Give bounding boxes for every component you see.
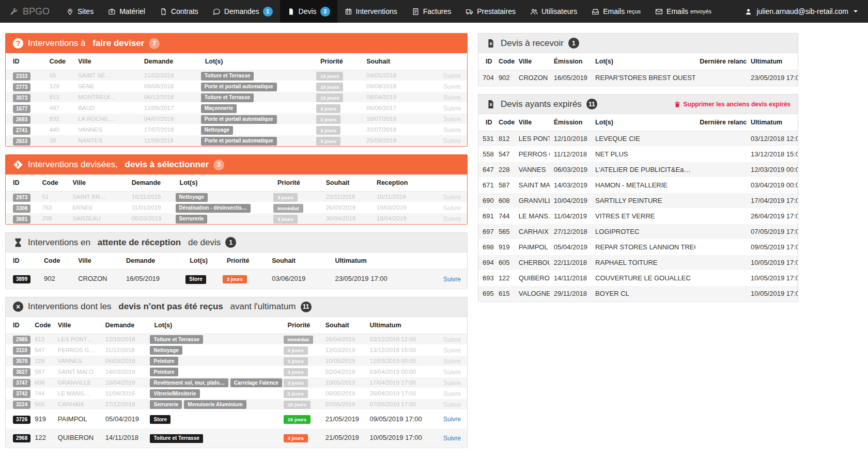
suivre-link[interactable]: Suivre: [443, 72, 461, 80]
lot-badge: Toiture et Terrasse: [201, 72, 254, 81]
pin-icon: [66, 8, 74, 15]
table-row: 693122QUIBERON14/11/2018COUVERTURE LE GO…: [478, 271, 798, 286]
suivre-link[interactable]: Suivre: [443, 137, 461, 145]
column-header: ID: [6, 317, 30, 334]
cell-lots: REPAR'STORES BREST OUEST: [591, 70, 695, 86]
cell-ville: VANNES: [515, 162, 550, 178]
lot-badge: Porte et portail automatique: [201, 137, 277, 146]
column-header: Code: [40, 252, 74, 269]
cell-ville: VANNES: [74, 124, 140, 135]
column-header: Lot(s): [201, 53, 316, 70]
cell-souhait: 10/07/2018: [362, 114, 439, 124]
suivre-link[interactable]: Suivre: [443, 390, 461, 398]
cell-demande: 04/07/2018: [140, 114, 201, 124]
suivre-link[interactable]: Suivre: [443, 379, 461, 387]
column-header: Souhait: [321, 317, 366, 334]
cell-code: 744: [494, 209, 515, 224]
column-header: [439, 175, 467, 192]
lot-badge: Toiture et Terrasse: [150, 335, 203, 344]
cell-lots: Porte et portail automatique: [201, 135, 316, 146]
nav-item-devis[interactable]: $Devis3: [280, 0, 337, 23]
suivre-link[interactable]: Suivre: [443, 276, 461, 283]
nav-item-emails-recus[interactable]: Emailsreçus: [584, 0, 648, 23]
cell-id: 647: [478, 162, 494, 178]
nav-item-interventions[interactable]: Interventions: [337, 0, 405, 23]
cell-ville: CARHAIX: [515, 224, 550, 240]
cell-ultimatum: 17/04/2019 17:00: [366, 377, 440, 388]
suivre-link[interactable]: Suivre: [443, 401, 461, 408]
nav-item-factures[interactable]: Factures: [405, 0, 458, 23]
cell-lots: Revêtement sol, mur, plafo…Carrelage Faï…: [150, 377, 283, 388]
cell-relance: [695, 255, 747, 271]
nav-item-materiel[interactable]: Matériel: [101, 0, 152, 23]
main-content: ?Interventions à faire deviser7IDCodeVil…: [0, 23, 868, 460]
column-header: Émission: [550, 53, 591, 70]
priority-badge: 3 jours: [316, 126, 340, 135]
cell-id: 1677: [6, 103, 45, 114]
nav-item-prestataires[interactable]: Prestataires: [458, 0, 523, 23]
suivre-link[interactable]: Suivre: [443, 105, 461, 112]
suivre-link[interactable]: Suivre: [443, 336, 461, 343]
cell-ville: LES PONT…: [515, 131, 550, 147]
cell-ultimatum: 17/04/2019 17:00: [747, 193, 798, 209]
id-badge: 2333: [13, 72, 30, 81]
panel-title: Devis ayants expirés: [501, 99, 582, 109]
suivre-link[interactable]: Suivre: [443, 116, 461, 123]
suivre-link[interactable]: Suivre: [443, 194, 461, 201]
nav-item-sites[interactable]: Sites: [59, 0, 101, 23]
priority-badge: 15 jours: [316, 72, 343, 81]
panel-header: Interventions devisées, devis à sélectio…: [6, 155, 467, 175]
lot-badge: Menuiserie Aluminium: [184, 400, 246, 409]
cell-relance: [695, 162, 747, 178]
suivre-link[interactable]: Suivre: [443, 215, 461, 223]
table-row: 2741440VANNES17/07/2018Nettoyage3 jours3…: [6, 124, 467, 135]
cell-code: 228: [494, 162, 515, 178]
nav-item-label: Devis: [299, 7, 317, 15]
cell-code: 832: [45, 114, 74, 124]
delete-expired-link[interactable]: Supprimer les anciens devis expirés: [674, 101, 791, 108]
nav-item-contrats[interactable]: Contrats: [152, 0, 206, 23]
suivre-link[interactable]: Suivre: [443, 435, 461, 442]
nav-item-utilisateurs[interactable]: Utilisateurs: [523, 0, 584, 23]
suivre-link[interactable]: Suivre: [443, 369, 461, 376]
caret-down-icon: [854, 10, 858, 12]
column-header: Émission: [550, 114, 591, 131]
cell-lots: Peinture: [150, 355, 283, 366]
cell-id: 694: [478, 255, 494, 271]
suivre-link[interactable]: Suivre: [443, 204, 461, 212]
cell-priority: 3 jours: [284, 429, 321, 448]
cell-action: Suivre: [439, 192, 467, 202]
suivre-link[interactable]: Suivre: [443, 347, 461, 354]
nav-item-sublabel: envoyés: [690, 8, 711, 14]
suivre-link[interactable]: Suivre: [443, 126, 461, 134]
column-header: Demande: [140, 53, 201, 70]
cell-action: Suivre: [439, 124, 468, 135]
cell-code: 497: [45, 103, 74, 114]
column-header: Ville: [54, 317, 101, 334]
nav-item-emails-envoyes[interactable]: Emailsenvoyés: [648, 0, 719, 23]
table-row: 3726919PAIMPOL05/04/2019Store15 jours21/…: [6, 409, 467, 429]
cell-emission: 14/11/2018: [550, 271, 591, 286]
user-menu[interactable]: julien.arnaud@sib-retail.com: [734, 0, 868, 23]
lot-badge: Store: [185, 275, 206, 284]
suivre-link[interactable]: Suivre: [443, 94, 461, 101]
table-row: 694605CHERBOUR…22/11/2018RAPHAEL TOITURE…: [478, 255, 798, 271]
cell-relance: [695, 70, 747, 86]
cell-demande: 21/02/2018: [140, 70, 201, 81]
suivre-link[interactable]: Suivre: [443, 358, 461, 365]
cell-ultimatum: 10/05/2019 17:00: [366, 429, 440, 448]
cell-souhait: 21/05/2019: [321, 409, 366, 429]
cell-ville: VALOGNES: [515, 286, 550, 302]
user-icon: [745, 8, 752, 15]
count-badge: 1: [225, 237, 236, 248]
priority-badge: 3 jours: [284, 368, 308, 377]
cell-demande: 06/03/2019: [128, 213, 176, 224]
cell-priority: 3 jours: [316, 124, 362, 135]
cell-lots: Nettoyage: [201, 124, 316, 135]
suivre-link[interactable]: Suivre: [443, 83, 461, 90]
suivre-link[interactable]: Suivre: [443, 416, 461, 423]
cell-souhait: 25/09/2018: [362, 135, 439, 146]
wrench-icon: [9, 7, 19, 16]
priority-badge: 3 jours: [316, 104, 340, 113]
nav-item-demandes[interactable]: Demandes1: [206, 0, 280, 23]
